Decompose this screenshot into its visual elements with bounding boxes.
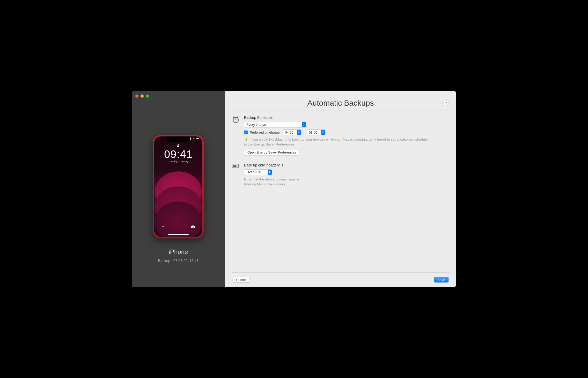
app-window: 09:41 Tuesday 9 January iPhone Bac	[132, 91, 456, 287]
energy-saver-hint-text: If you would like iMazing to back up you…	[244, 137, 428, 146]
phone-notch	[167, 136, 190, 142]
device-backup-timestamp: Backup - 07.08.20, 16:48	[158, 259, 199, 263]
page-title: Automatic Backups	[307, 99, 374, 107]
svg-point-13	[233, 117, 235, 118]
timeframe-from-value: 04:00	[283, 130, 296, 134]
footer: Cancel Save	[232, 272, 450, 287]
mini-running-hint: Note that the above options require iMaz…	[244, 177, 309, 187]
camera-icon	[191, 225, 195, 230]
svg-rect-5	[196, 138, 199, 139]
fullscreen-window-button[interactable]	[146, 94, 149, 98]
close-window-button[interactable]	[135, 94, 138, 98]
svg-rect-17	[239, 165, 239, 167]
home-indicator	[168, 234, 189, 235]
energy-saver-hint: 💡If you would like iMazing to back up yo…	[244, 137, 430, 147]
battery-threshold-select[interactable]: Over 20%	[244, 169, 272, 175]
schedule-frequency-select[interactable]: Every 2 days	[244, 122, 306, 127]
battery-threshold-value: Over 20%	[244, 170, 263, 174]
flashlight-icon	[161, 225, 165, 230]
timeframe-to-select[interactable]: 08:00	[307, 129, 325, 135]
schedule-label: Backup Schedule:	[244, 115, 450, 120]
open-energy-saver-button[interactable]: Open Energy Saver Preferences	[244, 150, 299, 155]
lightbulb-icon: 💡	[244, 137, 248, 141]
lock-icon	[177, 144, 180, 148]
save-button[interactable]: Save	[434, 277, 449, 282]
timeframe-dash: -	[303, 130, 304, 134]
minimize-window-button[interactable]	[141, 94, 144, 98]
preferred-timeframe-checkbox[interactable]	[244, 130, 248, 134]
clock-icon	[232, 115, 240, 157]
svg-point-14	[237, 117, 238, 118]
window-controls	[135, 94, 149, 98]
svg-rect-3	[190, 138, 191, 140]
device-name: iPhone	[169, 248, 188, 256]
svg-rect-6	[199, 138, 199, 139]
battery-icon	[196, 137, 199, 140]
device-preview: 09:41 Tuesday 9 January iPhone Bac	[153, 135, 204, 263]
wifi-icon	[192, 137, 195, 140]
phone-screen: 09:41 Tuesday 9 January	[154, 136, 202, 237]
main-panel: Automatic Backups ? Backup Schedule:	[225, 91, 456, 287]
header: Automatic Backups ?	[232, 91, 450, 111]
svg-point-9	[193, 227, 194, 228]
phone-lockscreen: 09:41 Tuesday 9 January	[154, 144, 202, 163]
battery-section: Back up only if battery is: Over 20% Not…	[232, 163, 450, 190]
schedule-frequency-value: Every 2 days	[244, 123, 268, 127]
sidebar: 09:41 Tuesday 9 January iPhone Bac	[132, 91, 225, 287]
svg-rect-8	[192, 226, 194, 226]
cancel-button[interactable]: Cancel	[233, 277, 250, 282]
svg-rect-16	[233, 165, 237, 167]
phone-frame: 09:41 Tuesday 9 January	[153, 135, 204, 238]
content: Backup Schedule: Every 2 days	[232, 111, 450, 272]
battery-label: Back up only if battery is:	[244, 163, 450, 167]
battery-icon	[232, 163, 240, 190]
schedule-section: Backup Schedule: Every 2 days	[232, 115, 450, 157]
help-button[interactable]: ?	[443, 100, 449, 105]
lock-date: Tuesday 9 January	[168, 160, 188, 163]
timeframe-from-select[interactable]: 04:00	[283, 129, 301, 135]
stepper-arrows-icon	[302, 122, 306, 127]
stepper-arrows-icon	[321, 130, 325, 135]
stepper-arrows-icon	[268, 170, 272, 175]
timeframe-to-value: 08:00	[307, 130, 320, 134]
phone-bottom-icons	[154, 225, 202, 230]
preferred-timeframe-label: Preferred timeframe:	[250, 130, 281, 134]
stepper-arrows-icon	[297, 130, 301, 135]
lock-time: 09:41	[164, 149, 193, 160]
